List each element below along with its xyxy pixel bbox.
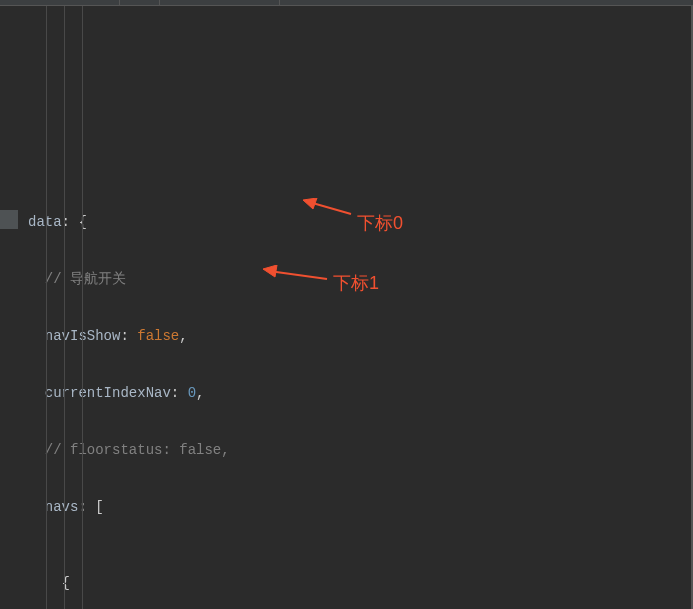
code-editor[interactable]: data: { // 导航开关 navIsShow: false, curren… [0, 6, 693, 609]
code-line: currentIndexNav: 0, [0, 384, 693, 403]
annotation-label: 下标1 [333, 271, 379, 295]
code-line: navIsShow: false, [0, 327, 693, 346]
svg-marker-3 [263, 265, 277, 277]
arrow-icon [303, 198, 353, 218]
arrow-icon [263, 265, 329, 285]
gutter-marker [0, 210, 18, 229]
code-line: // floorstatus: false, [0, 441, 693, 460]
code-line: navs: [ [0, 498, 693, 517]
annotation-label: 下标0 [357, 211, 403, 235]
code-line: { [0, 574, 693, 593]
svg-line-2 [269, 271, 327, 279]
svg-marker-1 [303, 198, 317, 209]
